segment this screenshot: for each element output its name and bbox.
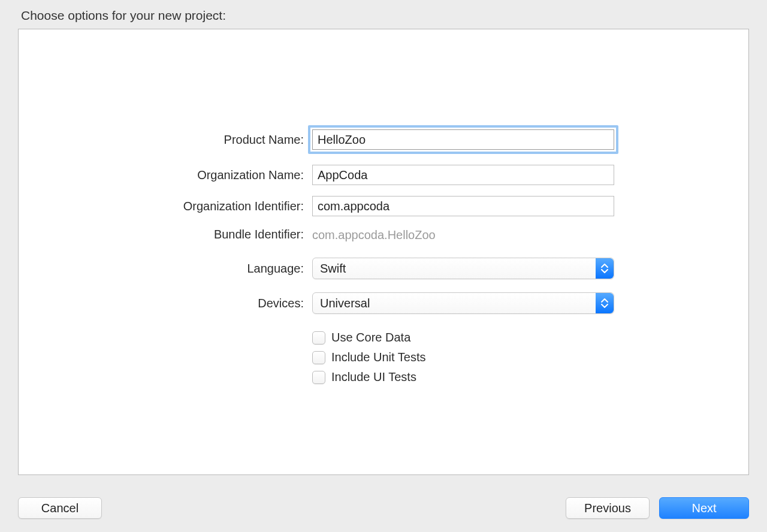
language-popup[interactable]: Swift <box>312 258 614 279</box>
product-name-focus-ring <box>308 125 618 154</box>
organization-identifier-input[interactable] <box>312 196 614 216</box>
devices-label: Devices: <box>19 297 312 310</box>
use-core-data-label: Use Core Data <box>331 331 410 344</box>
use-core-data-checkbox[interactable] <box>312 331 325 344</box>
include-unit-tests-label: Include Unit Tests <box>331 350 426 364</box>
bundle-identifier-label: Bundle Identifier: <box>19 228 312 241</box>
language-label: Language: <box>19 262 312 276</box>
footer: Cancel Previous Next <box>0 497 767 519</box>
include-ui-tests-label: Include UI Tests <box>331 370 416 384</box>
include-unit-tests-checkbox[interactable] <box>312 351 325 364</box>
devices-popup-value: Universal <box>320 297 370 310</box>
devices-popup[interactable]: Universal <box>312 292 614 314</box>
previous-button[interactable]: Previous <box>566 497 650 519</box>
product-name-input[interactable] <box>312 129 614 150</box>
sheet-title: Choose options for your new project: <box>21 8 767 23</box>
options-panel: Product Name: Organization Name: Organiz… <box>18 29 749 475</box>
include-ui-tests-checkbox[interactable] <box>312 371 325 384</box>
language-popup-value: Swift <box>320 262 346 276</box>
organization-name-input[interactable] <box>312 165 614 185</box>
organization-identifier-label: Organization Identifier: <box>19 200 312 213</box>
updown-arrows-icon <box>596 258 614 279</box>
cancel-button[interactable]: Cancel <box>18 497 102 519</box>
next-button[interactable]: Next <box>659 497 749 519</box>
form: Product Name: Organization Name: Organiz… <box>19 125 748 390</box>
bundle-identifier-value: com.appcoda.HelloZoo <box>312 227 618 242</box>
new-project-options-sheet: Choose options for your new project: Pro… <box>0 0 767 532</box>
updown-arrows-icon <box>596 293 614 313</box>
organization-name-label: Organization Name: <box>19 168 312 182</box>
product-name-label: Product Name: <box>19 133 312 147</box>
